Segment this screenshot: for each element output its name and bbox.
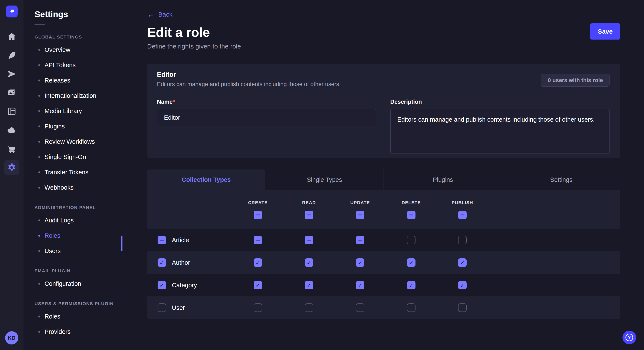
check-icon: ✓ [307,260,312,266]
sidebar-item-internationalization[interactable]: Internationalization [24,88,123,103]
strapi-logo[interactable] [6,5,18,17]
bullet-icon [38,141,40,143]
bullet-icon [38,331,40,333]
sidebar-item-label: Review Workflows [44,138,95,145]
check-icon: ✓ [460,260,465,266]
checkbox-category-create[interactable]: ✓ [254,281,262,289]
deploy-icon[interactable] [7,125,16,135]
tab-settings[interactable]: Settings [502,170,620,190]
row-checkbox-article[interactable] [158,236,166,244]
checkbox-author-update[interactable]: ✓ [356,258,364,267]
checkbox-author-publish[interactable]: ✓ [458,258,466,267]
sidebar-item-transfer-tokens[interactable]: Transfer Tokens [24,165,123,180]
indeterminate-dash-icon [358,214,362,215]
sidebar-item-single-sign-on[interactable]: Single Sign-On [24,149,123,165]
row-checkbox-category[interactable]: ✓ [158,281,166,289]
checkbox-user-read[interactable] [305,303,313,312]
sidebar-item-users[interactable]: Users [24,243,123,259]
sidebar-item-label: Webhooks [44,184,74,191]
bullet-icon [38,187,40,189]
permission-cell: ✓ [232,258,284,267]
sidebar-item-api-tokens[interactable]: API Tokens [24,57,123,73]
checkbox-category-read[interactable]: ✓ [305,281,313,289]
settings-subnav: Settings GLOBAL SETTINGSOverviewAPI Toke… [24,0,123,350]
media-library-icon[interactable] [7,88,16,98]
column-header-read: READ [284,190,334,229]
master-checkbox-read[interactable] [305,211,313,219]
back-link[interactable]: ← Back [147,11,172,18]
checkbox-category-publish[interactable]: ✓ [458,281,466,289]
rail-divider [0,23,24,23]
indeterminate-dash-icon [358,240,362,240]
permission-cell [232,236,284,244]
checkbox-article-read[interactable] [305,236,313,244]
permission-cell: ✓ [334,281,386,289]
checkbox-category-update[interactable]: ✓ [356,281,364,289]
checkbox-author-delete[interactable]: ✓ [407,258,416,267]
permission-cell [437,236,488,244]
user-avatar[interactable]: KD [5,331,18,345]
sidebar-item-media-library[interactable]: Media Library [24,103,123,119]
settings-icon[interactable] [4,160,19,175]
sidebar-item-roles[interactable]: Roles [24,309,123,324]
checkbox-article-publish[interactable] [458,236,466,244]
checkbox-article-delete[interactable] [407,236,416,244]
save-button[interactable]: Save [590,23,620,39]
permissions-tabs: Collection TypesSingle TypesPluginsSetti… [147,170,620,190]
back-label: Back [158,11,172,18]
sidebar-item-plugins[interactable]: Plugins [24,119,123,134]
sidebar-item-releases[interactable]: Releases [24,73,123,88]
description-textarea[interactable]: Editors can manage and publish contents … [390,109,610,154]
users-count-badge[interactable]: 0 users with this role [541,74,610,87]
tab-single-types[interactable]: Single Types [265,170,384,190]
sidebar-section-users-and-permissions-plugin: USERS & PERMISSIONS PLUGIN [24,301,123,306]
row-head: ✓Author [147,258,232,267]
tab-plugins[interactable]: Plugins [384,170,502,190]
checkbox-article-create[interactable] [254,236,262,244]
home-icon[interactable] [7,32,16,41]
master-checkbox-update[interactable] [356,211,364,219]
checkbox-user-delete[interactable] [407,303,416,312]
sidebar-item-configuration[interactable]: Configuration [24,276,123,291]
sidebar-item-providers[interactable]: Providers [24,324,123,339]
sidebar-item-audit-logs[interactable]: Audit Logs [24,213,123,228]
checkbox-user-create[interactable] [254,303,262,312]
checkbox-author-read[interactable]: ✓ [305,258,313,267]
checkbox-article-update[interactable] [356,236,364,244]
indeterminate-dash-icon [460,214,464,215]
name-field-group: Name* [157,99,376,155]
master-checkbox-publish[interactable] [458,211,466,219]
column-header-create: CREATE [232,190,284,229]
indeterminate-dash-icon [256,214,260,215]
sidebar-item-roles[interactable]: Roles [24,228,123,243]
sidebar-item-review-workflows[interactable]: Review Workflows [24,134,123,149]
column-header-update: UPDATE [334,190,386,229]
content-manager-icon[interactable] [7,50,16,60]
description-field-group: Description Editors can manage and publi… [390,99,610,155]
master-checkbox-delete[interactable] [407,211,416,219]
checkbox-category-delete[interactable]: ✓ [407,281,416,289]
subnav-scrollbar-thumb[interactable] [121,236,122,251]
row-head: User [147,303,232,312]
checkbox-user-update[interactable] [356,303,364,312]
name-input[interactable] [157,109,376,126]
content-type-builder-icon[interactable] [7,107,16,116]
check-icon: ✓ [160,282,164,288]
bullet-icon [38,156,40,158]
checkbox-user-publish[interactable] [458,303,466,312]
releases-icon[interactable] [7,69,16,79]
rail-bottom-divider [0,328,24,328]
bullet-icon [38,126,40,127]
sidebar-item-overview[interactable]: Overview [24,42,123,57]
help-button[interactable]: ? [622,331,636,344]
checkbox-author-create[interactable]: ✓ [254,258,262,267]
marketplace-icon[interactable] [7,144,16,154]
indeterminate-dash-icon [256,240,260,240]
required-asterisk: * [173,99,175,105]
row-checkbox-user[interactable] [158,303,166,312]
row-checkbox-author[interactable]: ✓ [158,258,166,267]
sidebar-item-webhooks[interactable]: Webhooks [24,180,123,195]
master-checkbox-create[interactable] [254,211,262,219]
tab-collection-types[interactable]: Collection Types [147,170,265,190]
page-subtitle: Define the rights given to the role [147,43,620,50]
